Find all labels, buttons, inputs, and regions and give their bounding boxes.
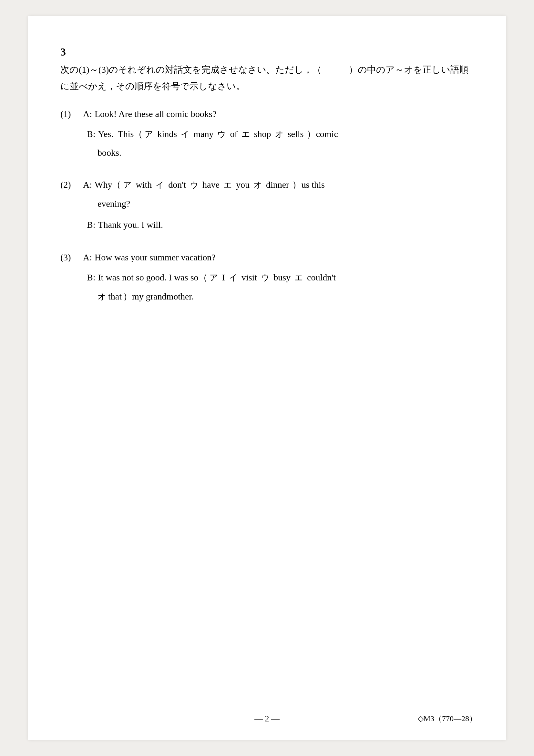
problem-1-ka-i: イ bbox=[181, 125, 190, 144]
problem-3-a-text: How was your summer vacation? bbox=[95, 248, 216, 267]
problem-3-ka-e: エ bbox=[294, 268, 303, 287]
problem-3-ka-u: ウ bbox=[261, 268, 269, 287]
problem-2-dont: don't bbox=[168, 175, 186, 195]
problem-2-ka-i: イ bbox=[156, 176, 164, 194]
problem-1-number: (1) bbox=[60, 104, 77, 124]
problem-1-b-speaker: B: bbox=[87, 124, 95, 144]
instruction-line2: に並べかえ，その順序を符号で示しなさい。 bbox=[60, 81, 245, 91]
footer-code: ◇M3（770―28） bbox=[418, 713, 477, 724]
problem-2-b-speaker: B: bbox=[87, 215, 95, 235]
problem-1-ka-a: ア bbox=[145, 125, 153, 144]
problem-3-that: that bbox=[108, 287, 122, 306]
problem-3-ka-a: ア bbox=[210, 268, 218, 287]
page-number: ― 2 ― bbox=[254, 714, 280, 724]
problem-2-dinner: dinner bbox=[266, 175, 289, 195]
problem-1-sells: sells bbox=[288, 124, 304, 144]
problem-3-b-speaker: B: bbox=[87, 267, 95, 287]
problem-2-you: you bbox=[236, 175, 250, 195]
problem-3-couldnt: couldn't bbox=[307, 267, 336, 287]
problem-2-paren-close: ）us this bbox=[292, 175, 324, 195]
problem-2-b-text: Thank you. I will. bbox=[98, 215, 163, 235]
problem-2-number: (2) bbox=[60, 175, 77, 195]
problem-2-have: have bbox=[202, 175, 219, 195]
problem-3: (3) A: How was your summer vacation? B: … bbox=[60, 248, 477, 305]
problem-1-shop: shop bbox=[254, 124, 271, 144]
problem-1-b-text: Yes. This（ bbox=[98, 124, 143, 144]
problem-3-a-speaker: A: bbox=[83, 248, 92, 267]
problem-1-many: many bbox=[193, 124, 214, 144]
problem-2-a-continuation: evening? bbox=[97, 199, 130, 209]
problem-3-ka-i: イ bbox=[229, 268, 238, 287]
problem-2-a-why: Why（ bbox=[95, 175, 121, 195]
problem-1-a-text: Look! Are these all comic books? bbox=[95, 104, 216, 124]
instruction-line1: 次の(1)～(3)のそれぞれの対話文を完成させなさい。ただし，（ ）の中のア～オ… bbox=[60, 62, 469, 78]
problem-1-continuation: books. bbox=[97, 148, 121, 158]
problem-1: (1) A: Look! Are these all comic books? … bbox=[60, 104, 477, 162]
problem-2-ka-e: エ bbox=[223, 176, 232, 194]
exam-page: 3 次の(1)～(3)のそれぞれの対話文を完成させなさい。ただし，（ ）の中のア… bbox=[28, 16, 506, 740]
problem-3-paren-close: ）my grandmother. bbox=[123, 287, 194, 306]
problem-3-b-intro: It was not so good. I was so（ bbox=[98, 267, 207, 287]
problem-1-paren-close: ）comic bbox=[307, 124, 338, 144]
problem-3-number: (3) bbox=[60, 248, 77, 267]
problem-2-a-speaker: A: bbox=[83, 175, 92, 195]
question-header: 3 次の(1)～(3)のそれぞれの対話文を完成させなさい。ただし，（ ）の中のア… bbox=[60, 42, 477, 94]
problem-2-ka-o: オ bbox=[253, 176, 262, 194]
question-number: 3 bbox=[60, 42, 66, 62]
problem-1-ka-u: ウ bbox=[217, 125, 226, 144]
problem-2-with: with bbox=[136, 175, 152, 195]
problem-1-ka-e: エ bbox=[242, 125, 250, 144]
problem-1-kinds: kinds bbox=[157, 124, 177, 144]
problem-3-i: I bbox=[222, 267, 225, 287]
problem-2-ka-a: ア bbox=[123, 176, 132, 194]
problems-container: (1) A: Look! Are these all comic books? … bbox=[60, 104, 477, 306]
problem-1-of: of bbox=[230, 124, 237, 144]
problem-2-ka-u: ウ bbox=[190, 176, 198, 194]
problem-1-a-speaker: A: bbox=[83, 104, 92, 124]
problem-3-ka-o: オ bbox=[97, 288, 106, 305]
problem-3-busy: busy bbox=[273, 267, 291, 287]
problem-1-ka-o: オ bbox=[275, 125, 284, 144]
problem-2: (2) A: Why（ ア with イ don't ウ have エ you … bbox=[60, 175, 477, 234]
problem-3-visit: visit bbox=[242, 267, 257, 287]
